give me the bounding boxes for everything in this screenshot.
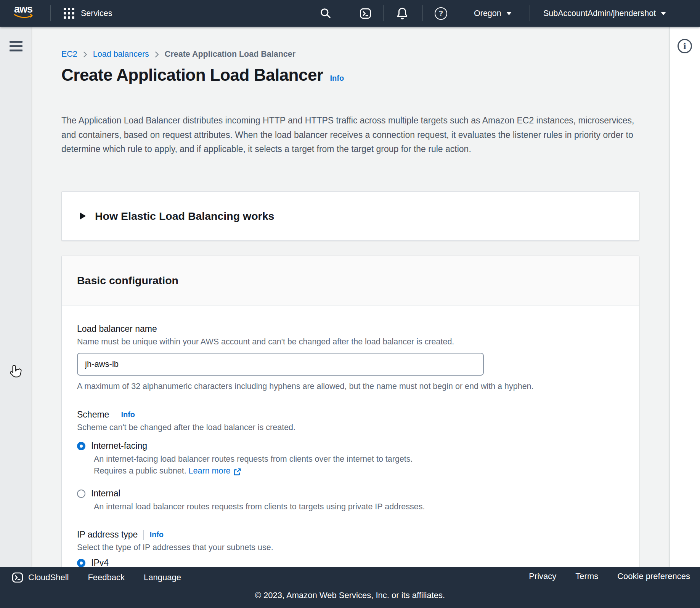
terms-link[interactable]: Terms (575, 571, 598, 581)
scheme-internet-facing-radio[interactable] (77, 442, 85, 450)
services-label: Services (81, 9, 112, 18)
option-description-line: An internet-facing load balancer routes … (94, 453, 624, 465)
field-description: Scheme can't be changed after the load b… (77, 423, 624, 432)
field-description: Name must be unique within your AWS acco… (77, 337, 624, 347)
help-glyph: ? (439, 10, 443, 18)
scheme-option-internal: Internal (77, 488, 624, 499)
basic-configuration-card: Basic configuration Load balancer name N… (61, 256, 639, 567)
search-button[interactable] (319, 0, 332, 27)
main-content: EC2 Load balancers Create Application Lo… (32, 27, 669, 567)
basic-configuration-header: Basic configuration (62, 256, 639, 306)
cloudshell-nav-button[interactable] (359, 0, 372, 27)
scheme-internal-description: An internal load balancer routes request… (94, 501, 624, 513)
top-navigation: aws Services (0, 0, 700, 27)
ip-address-type-field: IP address type Info Select the type of … (77, 530, 624, 567)
chevron-down-icon (661, 12, 666, 15)
external-link-icon (233, 468, 241, 476)
option-description-line: An internal load balancer routes request… (94, 501, 624, 513)
feedback-button[interactable]: Feedback (88, 573, 125, 582)
nav-divider (460, 5, 460, 21)
option-description-text: Requires a public subnet. (94, 466, 186, 475)
breadcrumb-chevron-icon (83, 51, 87, 58)
field-label: Scheme (77, 410, 109, 420)
scheme-info-link[interactable]: Info (121, 410, 135, 419)
breadcrumb-current: Create Application Load Balancer (165, 50, 295, 59)
page-title-row: Create Application Load Balancer Info (61, 66, 344, 85)
help-icon: ? (435, 7, 447, 20)
ip-address-type-info-link[interactable]: Info (149, 530, 164, 539)
nav-divider (50, 5, 51, 21)
copyright-text: © 2023, Amazon Web Services, Inc. or its… (0, 590, 700, 600)
cloudshell-terminal-icon (359, 7, 372, 20)
region-selector[interactable]: Oregon (474, 0, 512, 27)
language-button[interactable]: Language (144, 573, 181, 582)
page-title: Create Application Load Balancer (61, 66, 323, 85)
privacy-link[interactable]: Privacy (529, 571, 556, 581)
footer: CloudShell Feedback Language Privacy Ter… (0, 567, 700, 608)
learn-more-link[interactable]: Learn more (189, 465, 241, 477)
page-info-link[interactable]: Info (330, 74, 344, 83)
aws-logo-text: aws (13, 3, 34, 15)
learn-more-label: Learn more (189, 465, 231, 477)
nav-divider (383, 5, 384, 21)
ip-address-type-label-row: IP address type Info (77, 530, 624, 540)
sidebar-collapsed (0, 27, 31, 567)
services-menu-button[interactable]: Services (64, 0, 112, 27)
services-grid-icon (64, 8, 74, 19)
account-menu[interactable]: SubAccountAdmin/jhendershot (543, 0, 666, 27)
region-label: Oregon (474, 9, 501, 18)
breadcrumb-link-load-balancers[interactable]: Load balancers (93, 50, 149, 59)
breadcrumb: EC2 Load balancers Create Application Lo… (61, 50, 295, 59)
chevron-down-icon (506, 12, 512, 15)
notifications-bell-icon (396, 6, 409, 20)
menu-icon[interactable] (10, 41, 22, 51)
page-description: The Application Load Balancer distribute… (61, 114, 639, 157)
breadcrumb-chevron-icon (155, 51, 159, 58)
aws-console-page: aws Services (0, 0, 700, 608)
scheme-option-internet-facing: Internet-facing (77, 441, 624, 451)
expander-title: How Elastic Load Balancing works (95, 210, 274, 222)
radio-label: Internal (91, 488, 120, 499)
search-icon (319, 7, 332, 19)
disclosure-triangle-icon (80, 213, 86, 219)
basic-configuration-title: Basic configuration (77, 274, 178, 287)
field-label: IP address type (77, 530, 138, 540)
label-divider (115, 410, 115, 420)
notifications-button[interactable] (396, 0, 409, 27)
nav-divider (530, 5, 530, 21)
field-constraint: A maximum of 32 alphanumeric characters … (77, 382, 624, 391)
scheme-label-row: Scheme Info (77, 410, 624, 420)
field-description: Select the type of IP addresses that you… (77, 543, 624, 552)
scheme-internal-radio[interactable] (77, 490, 85, 498)
field-label: Load balancer name (77, 324, 624, 334)
info-glyph: i (683, 42, 686, 50)
label-divider (143, 530, 144, 540)
nav-divider (422, 5, 423, 21)
aws-logo[interactable]: aws (13, 3, 34, 19)
info-panel-icon[interactable]: i (678, 39, 692, 53)
how-elb-works-expander[interactable]: How Elastic Load Balancing works (61, 191, 639, 241)
cloudshell-label: CloudShell (28, 573, 69, 582)
cloudshell-terminal-icon (11, 571, 24, 584)
footer-right: Privacy Terms Cookie preferences (529, 571, 690, 581)
cloudshell-button[interactable]: CloudShell (11, 571, 69, 584)
help-panel-collapsed: i (669, 27, 700, 567)
breadcrumb-link-ec2[interactable]: EC2 (61, 50, 77, 59)
cookie-preferences-link[interactable]: Cookie preferences (617, 571, 690, 581)
load-balancer-name-input[interactable] (77, 353, 484, 376)
help-button[interactable]: ? (435, 0, 447, 27)
footer-left: CloudShell Feedback Language (11, 571, 181, 584)
option-description-line: Requires a public subnet. Learn more (94, 465, 624, 477)
basic-configuration-body: Load balancer name Name must be unique w… (62, 306, 639, 567)
account-label: SubAccountAdmin/jhendershot (543, 9, 656, 18)
scheme-internet-facing-description: An internet-facing load balancer routes … (94, 453, 624, 477)
ip-option-ipv4: IPv4 (77, 558, 624, 567)
scheme-field: Scheme Info Scheme can't be changed afte… (77, 410, 624, 513)
radio-label: Internet-facing (91, 441, 147, 451)
load-balancer-name-field: Load balancer name Name must be unique w… (77, 324, 624, 391)
ipv4-radio[interactable] (77, 559, 85, 567)
radio-label: IPv4 (91, 558, 109, 567)
